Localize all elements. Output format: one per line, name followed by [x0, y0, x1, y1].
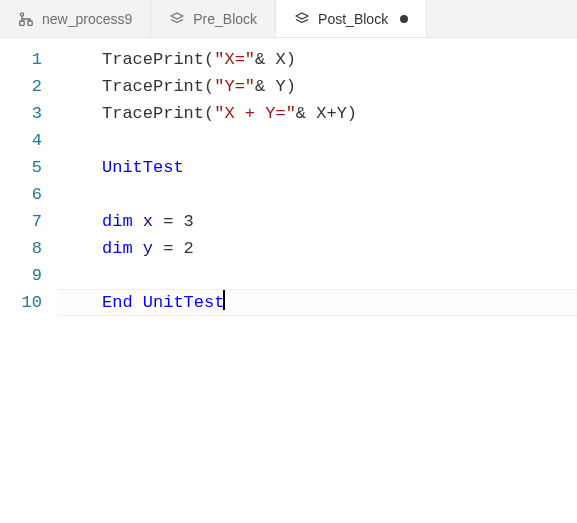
code-token: TracePrint [102, 77, 204, 96]
code-line[interactable]: TracePrint("X="& X) [58, 46, 577, 73]
code-token: UnitTest [102, 158, 184, 177]
code-token: "X + Y=" [214, 104, 296, 123]
code-token: "X=" [214, 50, 255, 69]
code-line[interactable] [58, 181, 577, 208]
line-number: 10 [0, 289, 42, 316]
code-token: & X) [255, 50, 296, 69]
code-line[interactable]: TracePrint("X + Y="& X+Y) [58, 100, 577, 127]
code-token: x [133, 212, 164, 231]
unsaved-indicator-icon [400, 15, 408, 23]
code-line[interactable] [58, 262, 577, 289]
tab-pre-block[interactable]: Pre_Block [151, 0, 276, 37]
code-token: TracePrint [102, 104, 204, 123]
line-number: 3 [0, 100, 42, 127]
code-token: dim [102, 239, 133, 258]
code-token: UnitTest [143, 293, 225, 312]
code-token: ( [204, 104, 214, 123]
line-number: 1 [0, 46, 42, 73]
code-token: dim [102, 212, 133, 231]
code-token: "Y=" [214, 77, 255, 96]
code-token: ( [204, 50, 214, 69]
tab-bar: new_process9 Pre_Block Post_Block [0, 0, 577, 38]
svg-point-0 [20, 12, 23, 15]
code-line[interactable]: dim y = 2 [58, 235, 577, 262]
code-token: 3 [173, 212, 193, 231]
line-number: 7 [0, 208, 42, 235]
line-number: 6 [0, 181, 42, 208]
text-caret [223, 290, 225, 310]
code-token: y [133, 239, 164, 258]
line-number: 5 [0, 154, 42, 181]
tab-new-process9[interactable]: new_process9 [0, 0, 151, 37]
code-line[interactable]: UnitTest [58, 154, 577, 181]
layers-icon [294, 11, 310, 27]
tab-label: Pre_Block [193, 11, 257, 27]
code-token: ( [204, 77, 214, 96]
line-number: 4 [0, 127, 42, 154]
line-number: 8 [0, 235, 42, 262]
tab-label: new_process9 [42, 11, 132, 27]
code-token: = [163, 212, 173, 231]
svg-rect-2 [28, 21, 32, 25]
svg-rect-1 [20, 21, 24, 25]
line-number-gutter: 12345678910 [0, 38, 58, 523]
code-token: 2 [173, 239, 193, 258]
code-token [133, 293, 143, 312]
code-editor[interactable]: 12345678910 TracePrint("X="& X)TracePrin… [0, 38, 577, 523]
code-token: End [102, 293, 133, 312]
layers-icon [169, 11, 185, 27]
code-area[interactable]: TracePrint("X="& X)TracePrint("Y="& Y)Tr… [58, 38, 577, 523]
tab-label: Post_Block [318, 11, 388, 27]
code-token: = [163, 239, 173, 258]
tab-post-block[interactable]: Post_Block [276, 0, 427, 37]
code-token: & X+Y) [296, 104, 357, 123]
workflow-icon [18, 11, 34, 27]
code-line[interactable]: End UnitTest [58, 289, 577, 316]
code-token: & Y) [255, 77, 296, 96]
code-line[interactable]: TracePrint("Y="& Y) [58, 73, 577, 100]
line-number: 2 [0, 73, 42, 100]
code-line[interactable]: dim x = 3 [58, 208, 577, 235]
code-token: TracePrint [102, 50, 204, 69]
code-line[interactable] [58, 127, 577, 154]
line-number: 9 [0, 262, 42, 289]
